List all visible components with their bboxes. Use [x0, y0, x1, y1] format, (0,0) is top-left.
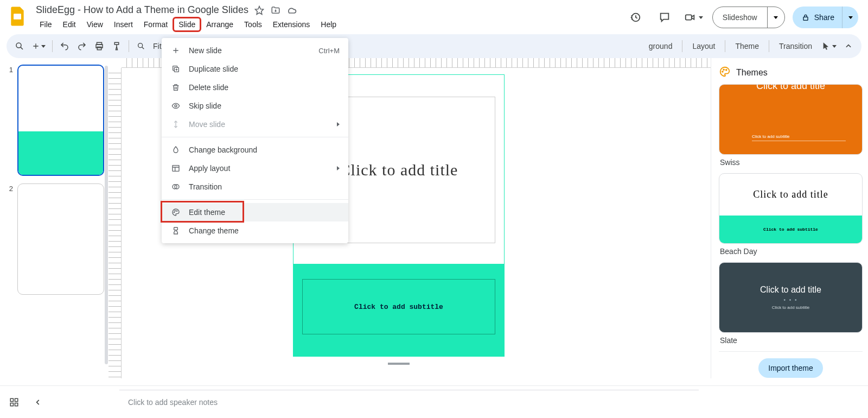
lock-icon	[801, 13, 810, 22]
svg-point-10	[722, 71, 723, 72]
theme-card-slate[interactable]: Click to add title• • •Click to add subt…	[719, 262, 863, 333]
star-icon[interactable]	[254, 5, 265, 16]
palette-icon	[170, 207, 181, 218]
svg-rect-13	[10, 398, 13, 401]
toolbar-theme[interactable]: Theme	[730, 39, 764, 54]
menu-file[interactable]: File	[35, 18, 57, 31]
svg-rect-19	[173, 166, 179, 172]
svg-point-18	[175, 105, 177, 107]
selection-mode-button[interactable]	[820, 39, 839, 54]
new-slide-button[interactable]	[29, 39, 48, 54]
menu-item-delete-slide[interactable]: Delete slide	[162, 78, 348, 97]
filmstrip: 12	[0, 58, 108, 378]
svg-point-12	[726, 69, 727, 71]
slide-menu-dropdown: New slideCtrl+MDuplicate slideDelete sli…	[162, 38, 348, 243]
plus-icon	[170, 45, 181, 56]
share-dropdown[interactable]	[842, 7, 858, 28]
menu-item-transition[interactable]: Transition	[162, 178, 348, 196]
undo-button[interactable]	[57, 39, 72, 54]
zoom-fit-label: Fit	[153, 42, 162, 50]
theme-label: Slate	[720, 336, 863, 345]
menu-tools[interactable]: Tools	[239, 18, 267, 31]
search-menus-icon[interactable]	[12, 39, 27, 54]
svg-rect-0	[14, 14, 21, 20]
themes-panel: Themes Click to add titleClick to add su…	[711, 58, 868, 378]
trash-icon	[170, 82, 181, 93]
menu-extensions[interactable]: Extensions	[268, 18, 315, 31]
droplet-icon	[170, 144, 181, 155]
share-label: Share	[814, 13, 834, 22]
menu-format[interactable]: Format	[139, 18, 173, 31]
share-button-group: Share	[793, 7, 858, 28]
history-icon[interactable]	[624, 7, 646, 28]
svg-rect-4	[803, 17, 808, 20]
theme-card-swiss[interactable]: Click to add titleClick to add subtitle	[719, 84, 863, 155]
toolbar-layout[interactable]: Layout	[687, 39, 720, 54]
slideshow-dropdown[interactable]	[767, 7, 784, 28]
slide-number: 2	[5, 183, 13, 295]
toolbar-transition[interactable]: Transition	[774, 39, 818, 54]
menu-insert[interactable]: Insert	[109, 18, 138, 31]
theme-card-beach[interactable]: Click to add titleClick to add subtitle	[719, 173, 863, 244]
slides-logo[interactable]	[7, 5, 28, 27]
move-icon	[170, 119, 181, 130]
collapse-toolbar-icon[interactable]	[841, 39, 856, 54]
layout-icon	[170, 163, 181, 174]
menu-view[interactable]: View	[82, 18, 108, 31]
transition-icon	[170, 181, 181, 192]
redo-button[interactable]	[74, 39, 90, 54]
theme-label: Beach Day	[720, 247, 863, 256]
speaker-notes[interactable]: Click to add speaker notes	[119, 390, 699, 414]
menu-item-apply-layout[interactable]: Apply layout	[162, 159, 348, 178]
move-to-folder-icon[interactable]	[270, 5, 281, 16]
menu-arrange[interactable]: Arrange	[201, 18, 238, 31]
workspace: 12 Click to add title Click to add subti…	[0, 58, 868, 378]
notes-resize-handle[interactable]	[388, 363, 410, 365]
menu-slide[interactable]: Slide	[174, 18, 200, 31]
comments-icon[interactable]	[654, 7, 675, 28]
menu-item-skip-slide[interactable]: Skip slide	[162, 97, 348, 115]
palette-icon	[719, 66, 731, 80]
slide-subtitle-placeholder[interactable]: Click to add subtitle	[302, 279, 495, 334]
svg-point-24	[176, 211, 177, 211]
menubar: FileEditViewInsertFormatSlideArrangeTool…	[33, 16, 620, 34]
explore-collapse-icon[interactable]	[30, 395, 46, 410]
slide-subtitle-area: Click to add subtitle	[293, 264, 504, 356]
menu-edit[interactable]: Edit	[58, 18, 81, 31]
slide-number: 1	[5, 65, 13, 176]
menu-item-duplicate-slide[interactable]: Duplicate slide	[162, 60, 348, 78]
menu-item-edit-theme[interactable]: Edit theme	[162, 203, 348, 221]
toolbar-ground[interactable]: ground	[643, 39, 678, 54]
svg-rect-3	[686, 15, 692, 20]
share-button[interactable]: Share	[793, 13, 842, 22]
slideshow-button[interactable]: Slideshow	[713, 7, 767, 28]
app-header: SlideEgg - How to Add a Theme in Google …	[0, 0, 868, 34]
theme-label: Swiss	[720, 158, 863, 167]
menu-item-change-background[interactable]: Change background	[162, 141, 348, 159]
svg-marker-1	[255, 6, 263, 14]
menu-help[interactable]: Help	[316, 18, 341, 31]
filmstrip-scrollbar[interactable]	[104, 66, 108, 378]
meet-button[interactable]	[683, 7, 705, 28]
slide-title-text: Click to add title	[340, 161, 458, 179]
svg-point-5	[16, 43, 21, 48]
duplicate-icon	[170, 64, 181, 74]
paint-format-button[interactable]	[109, 39, 124, 54]
cloud-status-icon[interactable]	[286, 5, 297, 16]
svg-point-11	[723, 69, 724, 70]
svg-rect-14	[15, 398, 18, 401]
svg-point-22	[174, 212, 174, 212]
svg-point-9	[138, 43, 143, 48]
slide-thumbnail[interactable]	[17, 65, 104, 176]
print-button[interactable]	[92, 39, 107, 54]
slide-thumbnail[interactable]	[17, 183, 104, 295]
svg-point-23	[175, 211, 175, 211]
menu-item-new-slide[interactable]: New slideCtrl+M	[162, 41, 348, 60]
import-theme-button[interactable]: Import theme	[758, 358, 822, 378]
grid-view-icon[interactable]	[7, 395, 22, 410]
bottom-bar: Click to add speaker notes	[0, 385, 868, 418]
svg-rect-25	[174, 227, 178, 230]
menu-item-change-theme[interactable]: Change theme	[162, 221, 348, 240]
doc-title[interactable]: SlideEgg - How to Add a Theme in Google …	[36, 4, 248, 16]
zoom-button[interactable]	[133, 39, 149, 54]
